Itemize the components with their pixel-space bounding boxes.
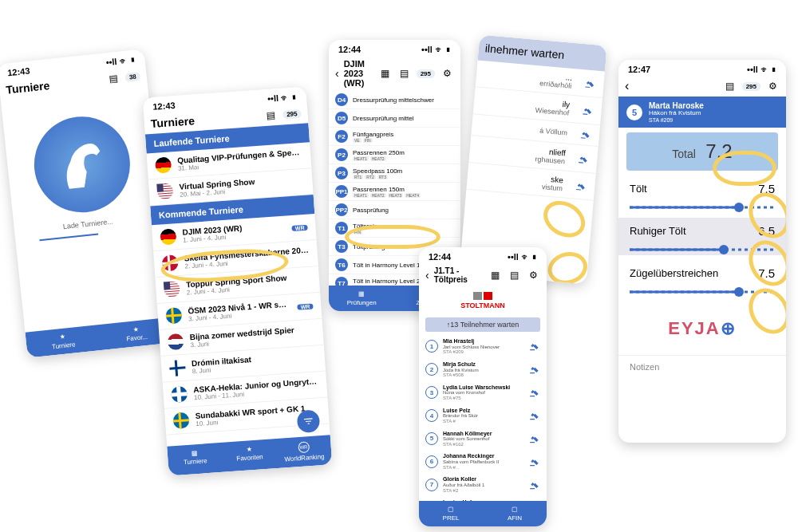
total-score-box: Total 7.2 xyxy=(626,132,778,171)
gavel-icon[interactable] xyxy=(529,479,540,491)
count-badge[interactable]: 295 xyxy=(417,69,435,78)
signal: ••ll ᯤ ▮ xyxy=(105,55,136,68)
participant-row[interactable]: 6Johanna ReckingerSabína vom Pfaffenbuck… xyxy=(419,450,547,473)
total-score: 7.2 xyxy=(705,140,732,162)
gavel-icon[interactable] xyxy=(529,456,540,467)
tab-worldranking[interactable]: WRWorldRanking xyxy=(276,439,332,463)
flag-icon xyxy=(165,307,182,324)
qr-icon[interactable]: ▦ xyxy=(378,66,393,81)
test-row[interactable]: D4Dressurprüfung mittelschwer xyxy=(329,91,460,109)
start-number: 5 xyxy=(425,432,438,445)
tab-turniere[interactable]: ▦Turniere xyxy=(168,447,223,471)
signal: ••ll ᯤ ▮ xyxy=(267,92,298,104)
time: 12:43 xyxy=(152,100,176,112)
tab-afin[interactable]: ▢AFIN xyxy=(483,506,547,522)
score-slider[interactable] xyxy=(630,202,775,213)
start-number: 7 xyxy=(425,479,438,491)
time: 12:47 xyxy=(628,65,650,74)
participant-row[interactable]: 7Gloria KollerAuður frá Aðalbóli 1STA #2 xyxy=(419,473,547,496)
test-code-badge: P3 xyxy=(335,167,348,179)
flag-icon xyxy=(169,360,186,376)
gavel-icon[interactable] xyxy=(575,179,587,191)
flag-icon xyxy=(164,281,180,298)
gear-icon[interactable]: ⚙ xyxy=(765,79,780,93)
participant-row[interactable]: 5Hannah KöllmeyerSókki vom SonnenhofSTA … xyxy=(419,428,547,451)
signal: ••ll ᯤ ▮ xyxy=(747,65,776,74)
participant-row[interactable]: 4Luise PelzBrándur frá SkörSTA # xyxy=(419,404,547,428)
app-logo xyxy=(29,112,134,217)
score-value: 7.5 xyxy=(758,266,775,280)
flag-icon xyxy=(162,254,179,271)
test-code-badge: D4 xyxy=(335,93,348,106)
gavel-icon[interactable] xyxy=(529,410,540,421)
test-row[interactable]: P3Speedpass 100mRT1RT2RT3 xyxy=(329,164,460,183)
horse-name: Hákon frá Kvistum xyxy=(649,110,778,117)
start-number: 3 xyxy=(425,386,438,399)
flag-icon xyxy=(171,386,188,403)
chat-icon[interactable]: ▤ xyxy=(723,79,737,93)
test-code-badge: PP2 xyxy=(335,203,348,216)
waiting-bar[interactable]: ↑13 Teilnehmer warten xyxy=(425,317,540,332)
participant-row[interactable]: 1Mia HrasteljJarl vom Schloss NienoverST… xyxy=(419,335,547,358)
test-code-badge: F2 xyxy=(335,130,348,143)
flag-icon xyxy=(155,156,172,173)
chat-icon[interactable]: ▤ xyxy=(507,268,521,282)
time: 12:44 xyxy=(429,252,451,262)
tab-prel[interactable]: ▢PREL xyxy=(419,506,483,522)
count-badge[interactable]: 295 xyxy=(282,108,302,119)
time: 12:43 xyxy=(7,65,30,77)
score-value: 6.5 xyxy=(758,224,775,238)
score-row: Tölt7.5 xyxy=(618,175,786,202)
tab-pruefungen[interactable]: ▦Prüfungen xyxy=(329,290,395,306)
participant-row[interactable]: 2Mirja SchulzJóda frá KvistumSTA #508 xyxy=(419,358,547,381)
gavel-icon[interactable] xyxy=(529,341,540,352)
qr-icon[interactable]: ▦ xyxy=(488,268,502,282)
test-row[interactable]: P2Passrennen 250mHEAT1HEAT2 xyxy=(329,146,460,164)
notes-field[interactable]: Notizen xyxy=(618,355,786,378)
test-row[interactable]: T1TöltpreisFIN xyxy=(329,219,460,238)
test-row[interactable]: PP2Passprüfung xyxy=(329,201,460,219)
test-code-badge: T6 xyxy=(335,258,348,271)
start-number: 2 xyxy=(425,363,438,376)
tab-turniere[interactable]: ★Turniere xyxy=(26,329,101,353)
header-badge[interactable]: 38 xyxy=(124,72,140,82)
chat-icon[interactable]: ▤ xyxy=(397,66,412,81)
flag-icon xyxy=(167,333,184,350)
gear-icon[interactable]: ⚙ xyxy=(526,268,540,282)
test-row[interactable]: PP1Passrennen 150mHEAT1HEAT2HEAT3HEAT4 xyxy=(329,183,460,201)
start-number: 6 xyxy=(425,455,438,468)
score-slider[interactable] xyxy=(630,244,775,255)
gavel-icon[interactable] xyxy=(579,128,591,140)
test-code-badge: D5 xyxy=(335,112,348,124)
test-row[interactable]: D5Dressurprüfung mittel xyxy=(329,109,460,128)
flag-icon xyxy=(172,412,189,429)
gavel-icon[interactable] xyxy=(529,433,540,444)
gavel-icon[interactable] xyxy=(582,104,594,116)
wr-badge: WR xyxy=(298,303,314,309)
count-badge[interactable]: 295 xyxy=(742,82,760,91)
brand-logo: EYJA⊕ xyxy=(618,302,786,355)
score-slider[interactable] xyxy=(630,286,775,298)
sponsor-logo: STOLTMANN xyxy=(419,287,547,314)
flag-icon xyxy=(160,228,176,245)
test-code-badge: T3 xyxy=(335,240,348,253)
gavel-icon[interactable] xyxy=(578,152,590,164)
score-row: Zügelüberstreichen7.5 xyxy=(618,260,786,286)
back-icon[interactable]: ‹ xyxy=(425,269,429,282)
chat-icon[interactable]: ▤ xyxy=(263,108,279,123)
tab-favoriten[interactable]: ★Favoriten xyxy=(222,443,278,467)
test-row[interactable]: F2FünfgangpreisVEFIN xyxy=(329,128,460,146)
back-icon[interactable]: ‹ xyxy=(335,67,339,80)
gear-icon[interactable]: ⚙ xyxy=(440,66,454,81)
flag-icon xyxy=(156,183,173,199)
start-number: 1 xyxy=(425,340,438,353)
gavel-icon[interactable] xyxy=(529,364,540,375)
sta-number: STA #209 xyxy=(649,117,778,124)
gavel-icon[interactable] xyxy=(584,77,596,89)
back-icon[interactable]: ‹ xyxy=(625,79,629,93)
participant-row[interactable]: 3Lydia Luise WarschewskiNóna vom Kronsho… xyxy=(419,381,547,404)
gavel-icon[interactable] xyxy=(529,387,540,398)
chat-icon[interactable]: ▤ xyxy=(105,71,121,87)
signal: ••ll ᯤ ▮ xyxy=(508,252,537,262)
test-code-badge: T1 xyxy=(335,222,348,234)
